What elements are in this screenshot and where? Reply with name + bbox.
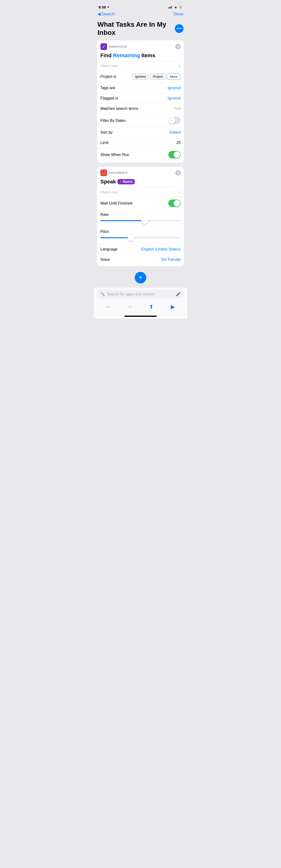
segment-inbox[interactable]: Inbox — [167, 73, 181, 80]
home-indicator — [125, 316, 156, 317]
play-icon: ▶ — [171, 304, 175, 310]
card-bottom-padding — [97, 161, 184, 163]
language-row[interactable]: Language English (United States) — [97, 244, 184, 254]
status-bar: 9:38 ➤ ▲ 🔋 — [94, 0, 187, 10]
show-less-label-1: Show Less — [100, 64, 118, 68]
pitch-slider[interactable] — [100, 234, 181, 242]
voice-label: Voice — [100, 257, 110, 262]
matches-search-row[interactable]: Matches search terms Text — [97, 103, 184, 114]
close-x-icon: ✕ — [177, 45, 179, 48]
sort-by-label: Sort by — [100, 130, 113, 134]
card-bottom-padding-2 — [97, 265, 184, 266]
wait-finished-toggle[interactable] — [168, 199, 181, 207]
show-when-run-row: Show When Run — [97, 148, 184, 161]
matches-search-placeholder[interactable]: Text — [174, 106, 181, 111]
chip-checkmark-icon: ✓ — [119, 180, 122, 183]
action-items-label: Items — [141, 53, 155, 59]
sort-by-value[interactable]: Added — [170, 130, 181, 134]
flagged-is-value[interactable]: Ignored — [168, 96, 181, 100]
chip-label: Items — [123, 180, 133, 184]
status-icons: ▲ 🔋 — [168, 5, 182, 9]
tags-are-value[interactable]: Ignored — [168, 86, 181, 90]
signal-bars-icon — [168, 5, 173, 8]
forward-nav-button[interactable]: ↪ — [125, 302, 135, 312]
voice-value[interactable]: Siri Female — [161, 257, 181, 262]
wait-finished-label: Wait Until Finished — [100, 201, 132, 206]
limit-value[interactable]: 25 — [176, 141, 181, 145]
segment-ignored[interactable]: Ignored — [132, 73, 149, 80]
rate-slider[interactable] — [100, 217, 181, 224]
microphone-icon[interactable]: 🎤 — [176, 292, 181, 297]
pitch-slider-thumb[interactable] — [128, 235, 134, 241]
documents-app-info: 🔊 DOCUMENTS — [100, 169, 128, 176]
project-is-row: Project is Ignored Project Inbox — [97, 70, 184, 83]
documents-card: 🔊 DOCUMENTS ✕ Speak ✓ Items Show Less ∨ … — [97, 166, 184, 266]
filter-dates-label: Filter By Dates — [100, 119, 126, 123]
language-label: Language — [100, 247, 117, 251]
documents-card-header: 🔊 DOCUMENTS ✕ — [97, 166, 184, 178]
back-nav-button[interactable]: ↩ — [104, 302, 113, 312]
show-less-row-1[interactable]: Show Less ∨ — [97, 61, 184, 70]
back-label: Search — [102, 12, 114, 17]
documents-action-row: Speak ✓ Items — [97, 178, 184, 187]
search-field[interactable]: 🔍 Search for apps and actions 🎤 — [98, 290, 183, 298]
pitch-slider-row: Pitch — [97, 227, 184, 244]
omnifocus-card-header: ✓ OMNIFOCUS ✕ — [97, 40, 184, 52]
filter-dates-row: Filter By Dates — [97, 114, 184, 127]
share-icon: ⬆ — [149, 304, 153, 310]
toggle-thumb-2 — [174, 151, 180, 158]
items-chip[interactable]: ✓ Items — [117, 179, 135, 184]
limit-row[interactable]: Limit 25 — [97, 137, 184, 148]
action-remaining-label[interactable]: Remaining — [113, 53, 140, 59]
show-when-run-toggle[interactable] — [168, 151, 181, 158]
more-button[interactable]: ••• — [175, 24, 183, 33]
play-nav-button[interactable]: ▶ — [168, 302, 177, 312]
battery-icon: 🔋 — [179, 5, 182, 9]
forward-nav-icon: ↪ — [128, 304, 132, 310]
pitch-label: Pitch — [100, 229, 109, 234]
documents-app-name: DOCUMENTS — [109, 172, 128, 174]
show-when-run-label: Show When Run — [100, 153, 129, 157]
segment-project[interactable]: Project — [150, 73, 166, 80]
chevron-down-icon-2: ∨ — [178, 190, 181, 194]
omnifocus-app-name: OMNIFOCUS — [109, 45, 127, 48]
project-segment-control[interactable]: Ignored Project Inbox — [132, 73, 181, 80]
limit-label: Limit — [100, 141, 109, 145]
omnifocus-checkmark-icon: ✓ — [102, 44, 105, 49]
flagged-is-row[interactable]: Flagged is Ignored — [97, 93, 184, 103]
rate-slider-fill — [100, 220, 145, 221]
close-x-icon-2: ✕ — [177, 172, 179, 175]
documents-close-button[interactable]: ✕ — [175, 170, 181, 176]
add-button-container: + — [94, 270, 187, 287]
back-button[interactable]: ◀ Search — [98, 11, 114, 17]
omnifocus-close-button[interactable]: ✕ — [175, 44, 181, 49]
rate-slider-row: Rate — [97, 210, 184, 227]
voice-row[interactable]: Voice Siri Female — [97, 254, 184, 265]
location-icon: ➤ — [107, 5, 109, 9]
omnifocus-app-icon: ✓ — [100, 43, 107, 50]
show-less-row-2[interactable]: Show Less ∨ — [97, 187, 184, 196]
nav-bar: ◀ Search Done — [94, 10, 187, 19]
share-nav-button[interactable]: ⬆ — [146, 302, 156, 312]
add-button[interactable]: + — [135, 272, 146, 283]
project-is-label: Project is — [100, 74, 116, 79]
status-time: 9:38 — [99, 5, 106, 9]
action-find-label: Find — [100, 53, 111, 59]
omnifocus-card: ✓ OMNIFOCUS ✕ Find Remaining Items Show … — [97, 40, 184, 163]
speak-label: Speak — [100, 179, 116, 185]
add-plus-icon: + — [139, 274, 142, 281]
filter-dates-toggle[interactable] — [168, 117, 181, 124]
tags-are-label: Tags are — [100, 86, 115, 90]
back-chevron-icon: ◀ — [98, 11, 101, 17]
language-value[interactable]: English (United States) — [141, 247, 181, 251]
sort-by-row[interactable]: Sort by Added — [97, 127, 184, 137]
rate-label: Rate — [100, 213, 109, 217]
search-icon: 🔍 — [100, 292, 105, 297]
page-title: What Tasks Are In My Inbox — [98, 21, 175, 36]
chevron-down-icon-1: ∨ — [178, 64, 181, 68]
documents-app-icon: 🔊 — [100, 169, 107, 176]
rate-slider-thumb[interactable] — [141, 217, 148, 224]
tags-are-row[interactable]: Tags are Ignored — [97, 83, 184, 93]
bottom-nav: ↩ ↪ ⬆ ▶ — [98, 302, 183, 314]
done-button[interactable]: Done — [174, 12, 183, 17]
